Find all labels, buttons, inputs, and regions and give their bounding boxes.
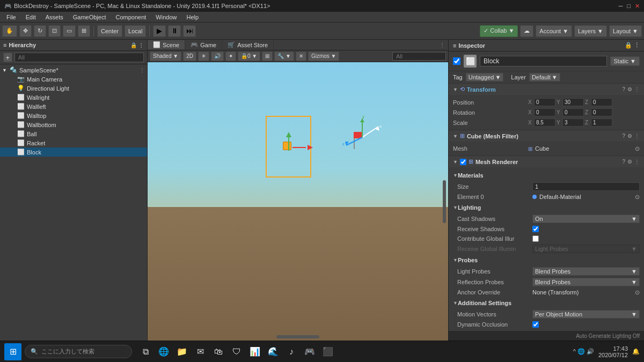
hierarchy-add-button[interactable]: + <box>3 53 12 62</box>
reflection-probes-dropdown[interactable]: Blend Probes ▼ <box>532 278 640 286</box>
move-tool[interactable]: ✥ <box>19 25 32 37</box>
music-icon[interactable]: ♪ <box>283 344 299 360</box>
2d-button[interactable]: 2D <box>183 51 196 61</box>
gizmos-button[interactable]: Gizmos ▼ <box>308 51 340 61</box>
tree-item-block[interactable]: ⬜ Block <box>0 147 147 157</box>
tree-item-samplescene[interactable]: ▼ 🔩 SampleScene* ⋮ <box>0 65 147 75</box>
light-probes-dropdown[interactable]: Blend Probes ▼ <box>532 267 640 276</box>
explorer-icon[interactable]: 📁 <box>174 344 190 360</box>
account-button[interactable]: Account ▼ <box>536 25 572 37</box>
tree-item-wallbottom[interactable]: ⬜ Wallbottom <box>0 120 147 129</box>
receive-gi-dropdown[interactable]: Light Probes ▼ <box>532 245 640 253</box>
tab-scene[interactable]: ⬜ Scene <box>148 40 185 49</box>
grid-toggle[interactable]: ⊞ <box>262 51 273 61</box>
inspector-lock-icon[interactable]: 🔒 ⋮ <box>625 42 640 49</box>
position-z-input[interactable] <box>591 98 612 106</box>
audio-toggle[interactable]: 🔊 <box>211 51 224 61</box>
minimize-button[interactable]: ─ <box>619 3 623 10</box>
component-picker[interactable]: 🔧 ▼ <box>274 51 294 61</box>
hand-tool[interactable]: ✋ <box>2 25 17 37</box>
menu-edit[interactable]: Edit <box>21 13 40 21</box>
rotate-tool[interactable]: ↻ <box>34 25 46 37</box>
close-button[interactable]: ✕ <box>635 3 640 10</box>
menu-window[interactable]: Window <box>151 13 181 21</box>
security-icon[interactable]: 🛡 <box>229 344 245 360</box>
layer-dropdown[interactable]: Default ▼ <box>529 73 560 82</box>
menu-component[interactable]: Component <box>111 13 150 21</box>
material-lock-icon[interactable]: ⊙ <box>635 194 640 201</box>
maximize-button[interactable]: □ <box>627 3 631 10</box>
office-icon[interactable]: 📊 <box>247 344 263 360</box>
tab-game[interactable]: 🎮 Game <box>185 40 222 49</box>
anchor-lock-icon[interactable]: ⊙ <box>635 289 640 296</box>
tab-assetstore[interactable]: 🛒 Asset Store <box>222 40 274 49</box>
tree-item-directionallight[interactable]: 💡 Directional Light <box>0 84 147 93</box>
tag-dropdown[interactable]: Untagged ▼ <box>466 73 504 82</box>
step-button[interactable]: ⏭ <box>183 25 196 37</box>
rect-tool[interactable]: ▭ <box>63 25 76 37</box>
mesh-renderer-settings-icon[interactable]: ⚙ <box>627 159 632 165</box>
dynamic-occlusion-checkbox[interactable] <box>532 321 539 328</box>
scene-menu-icon[interactable]: ⋮ <box>140 67 145 73</box>
notification-icon[interactable]: 🔔 <box>632 348 640 355</box>
rotation-y-input[interactable] <box>562 108 584 116</box>
position-y-input[interactable] <box>562 98 584 106</box>
scene-search-input[interactable] <box>392 52 446 61</box>
scene-view[interactable]: x y z <box>148 62 448 341</box>
tree-item-wallleft[interactable]: ⬜ Wallleft <box>0 102 147 111</box>
vs-icon[interactable]: ⬛ <box>320 344 336 360</box>
hierarchy-lock-icon[interactable]: 🔒 ⋮ <box>130 42 144 48</box>
static-button[interactable]: Static ▼ <box>610 56 640 66</box>
object-active-checkbox[interactable] <box>453 57 460 65</box>
cast-shadows-dropdown[interactable]: On ▼ <box>532 215 640 223</box>
scale-tool[interactable]: ⊡ <box>48 25 61 37</box>
tree-item-racket[interactable]: ⬜ Racket <box>0 138 147 147</box>
store-icon[interactable]: 🛍 <box>210 344 226 360</box>
mesh-filter-menu-icon[interactable]: ⋮ <box>634 133 640 139</box>
transform-help-icon[interactable]: ? <box>622 86 625 92</box>
motion-vectors-dropdown[interactable]: Per Object Motion ▼ <box>532 310 640 319</box>
menu-file[interactable]: File <box>2 13 20 21</box>
rotation-z-input[interactable] <box>591 108 612 116</box>
scene-panel-menu[interactable]: ⋮ <box>436 42 448 48</box>
mesh-filter-header[interactable]: ▼ ⊞ Cube (Mesh Filter) ? ⚙ ⋮ <box>449 130 644 142</box>
transform-header[interactable]: ▼ ⟲ Transform ? ⚙ ⋮ <box>449 84 644 95</box>
tree-item-wallright[interactable]: ⬜ Wallright <box>0 93 147 102</box>
fx-toggle[interactable]: ✦ <box>225 51 236 61</box>
local-button[interactable]: Local <box>125 25 146 37</box>
receive-shadows-checkbox[interactable] <box>532 226 539 232</box>
taskbar-search-bar[interactable]: 🔍 ここに入力して検索 <box>25 345 132 358</box>
menu-help[interactable]: Help <box>182 13 203 21</box>
layers-button[interactable]: Layers ▼ <box>574 25 607 37</box>
hierarchy-search-input[interactable] <box>14 53 144 62</box>
unity-icon[interactable]: 🎮 <box>302 344 318 360</box>
mesh-renderer-enable-checkbox[interactable] <box>460 159 466 165</box>
mesh-renderer-header[interactable]: ▼ ⊞ Mesh Renderer ? ⚙ ⋮ <box>449 156 644 167</box>
rotation-x-input[interactable] <box>534 108 555 116</box>
transform-settings-icon[interactable]: ⚙ <box>627 86 632 92</box>
menu-assets[interactable]: Assets <box>41 13 68 21</box>
tree-item-maincamera[interactable]: 📷 Main Camera <box>0 75 147 84</box>
size-input[interactable] <box>532 182 640 191</box>
scene-scrollbar[interactable] <box>276 335 319 338</box>
transform-tool[interactable]: ⊞ <box>78 25 90 37</box>
snap-button[interactable]: ✕ <box>296 51 306 61</box>
mesh-filter-settings-icon[interactable]: ⚙ <box>627 133 632 139</box>
collab-button[interactable]: ✓ Collab ▼ <box>480 25 518 37</box>
scale-x-input[interactable] <box>534 119 555 127</box>
position-x-input[interactable] <box>534 98 555 106</box>
layout-button[interactable]: Layout ▼ <box>609 25 642 37</box>
center-button[interactable]: Center <box>97 25 122 37</box>
edge-icon[interactable]: 🌊 <box>265 344 281 360</box>
cloud-button[interactable]: ☁ <box>520 25 533 37</box>
chrome-icon[interactable]: 🌐 <box>156 344 172 360</box>
mesh-renderer-menu-icon[interactable]: ⋮ <box>634 159 640 165</box>
scale-y-input[interactable] <box>562 119 584 127</box>
mesh-lock-icon[interactable]: ⊙ <box>635 145 640 152</box>
contribute-gi-checkbox[interactable] <box>532 235 539 242</box>
tree-item-walltop[interactable]: ⬜ Walltop <box>0 111 147 120</box>
mesh-renderer-help-icon[interactable]: ? <box>622 159 625 165</box>
taskview-button[interactable]: ⧉ <box>137 344 153 360</box>
scale-z-input[interactable] <box>591 119 612 127</box>
transform-menu-icon[interactable]: ⋮ <box>634 86 640 92</box>
